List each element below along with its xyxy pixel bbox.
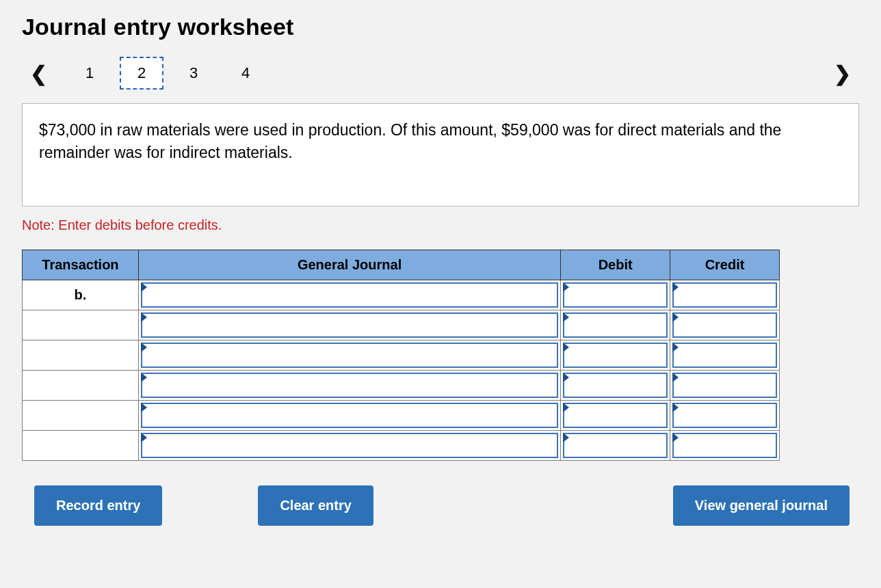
header-credit: Credit xyxy=(670,250,780,280)
debit-cell[interactable] xyxy=(561,400,670,430)
credit-cell[interactable] xyxy=(670,280,780,310)
general-journal-cell[interactable] xyxy=(138,400,560,430)
credit-cell[interactable] xyxy=(670,340,780,370)
general-journal-cell[interactable] xyxy=(138,310,560,340)
credit-cell[interactable] xyxy=(670,400,780,430)
table-row xyxy=(23,370,780,400)
transaction-description: $73,000 in raw materials were used in pr… xyxy=(22,103,859,206)
credit-cell[interactable] xyxy=(670,370,780,400)
header-general-journal: General Journal xyxy=(138,250,560,280)
entry-tab-4[interactable]: 4 xyxy=(224,57,267,90)
next-entry-button[interactable]: ❯ xyxy=(826,57,859,90)
clear-entry-button[interactable]: Clear entry xyxy=(258,485,373,526)
header-transaction: Transaction xyxy=(23,250,139,280)
entry-tab-1[interactable]: 1 xyxy=(68,57,111,90)
header-debit: Debit xyxy=(561,250,670,280)
entry-tab-3[interactable]: 3 xyxy=(172,57,215,90)
page-title: Journal entry worksheet xyxy=(22,14,859,40)
debit-cell[interactable] xyxy=(561,370,670,400)
transaction-cell xyxy=(23,370,139,400)
entry-tabs: 1 2 3 4 xyxy=(68,57,276,90)
journal-worksheet: Journal entry worksheet ❮ 1 2 3 4 ❯ $73,… xyxy=(0,0,881,546)
transaction-cell xyxy=(23,430,139,460)
general-journal-cell[interactable] xyxy=(138,280,560,310)
entry-tab-2[interactable]: 2 xyxy=(120,57,163,90)
record-entry-button[interactable]: Record entry xyxy=(34,485,162,526)
general-journal-cell[interactable] xyxy=(138,370,560,400)
table-row xyxy=(23,430,780,460)
general-journal-cell[interactable] xyxy=(138,340,560,370)
table-row xyxy=(23,400,780,430)
prev-entry-button[interactable]: ❮ xyxy=(22,57,55,90)
debit-cell[interactable] xyxy=(561,280,670,310)
transaction-cell xyxy=(23,400,139,430)
transaction-cell xyxy=(23,340,139,370)
table-row xyxy=(23,340,780,370)
credit-cell[interactable] xyxy=(670,430,780,460)
table-row: b. xyxy=(23,280,780,310)
credit-cell[interactable] xyxy=(670,310,780,340)
table-row xyxy=(23,310,780,340)
debit-cell[interactable] xyxy=(561,430,670,460)
transaction-label: b. xyxy=(23,287,138,303)
general-journal-cell[interactable] xyxy=(138,430,560,460)
tab-navigation: ❮ 1 2 3 4 ❯ xyxy=(22,53,859,94)
journal-entry-table: Transaction General Journal Debit Credit… xyxy=(22,250,780,461)
transaction-cell: b. xyxy=(23,280,139,310)
debit-cell[interactable] xyxy=(561,310,670,340)
view-general-journal-button[interactable]: View general journal xyxy=(673,485,850,526)
action-buttons: Record entry Clear entry View general jo… xyxy=(22,485,850,526)
transaction-cell xyxy=(23,310,139,340)
instruction-note: Note: Enter debits before credits. xyxy=(22,217,859,233)
debit-cell[interactable] xyxy=(561,340,670,370)
